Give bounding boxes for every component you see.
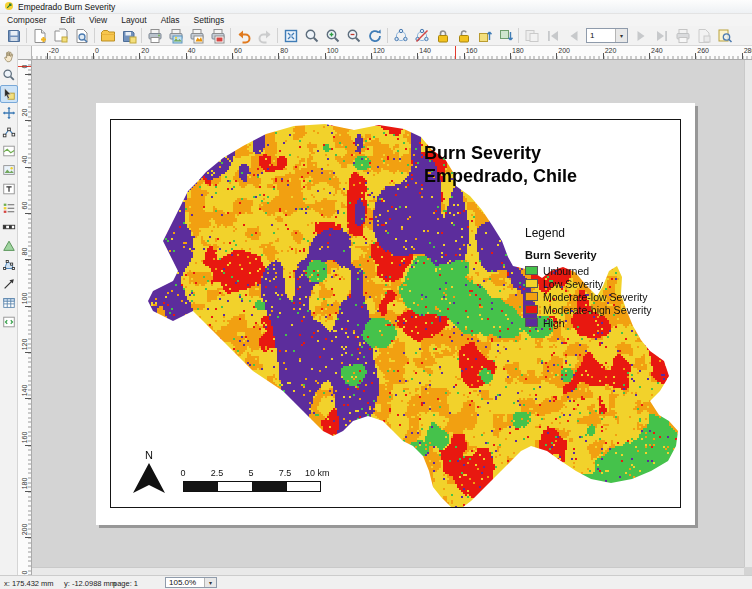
load-template-button[interactable] <box>97 26 118 45</box>
chevron-down-icon[interactable]: ▾ <box>204 578 216 587</box>
menu-atlas[interactable]: Atlas <box>154 15 187 25</box>
zoom-level-value: 105.0% <box>166 578 204 587</box>
zoom-in-button[interactable] <box>322 26 343 45</box>
vertical-scrollbar[interactable] <box>744 60 752 567</box>
lower-items-button[interactable] <box>495 26 516 45</box>
zoom-level-combo[interactable]: 105.0% ▾ <box>165 577 217 588</box>
composition-page[interactable]: Burn Severity Empedrado, Chile Legend Bu… <box>96 103 695 525</box>
zoom-composer-button[interactable] <box>0 66 18 84</box>
scalebar-segment <box>217 482 251 491</box>
item-toolbar <box>0 46 18 575</box>
menu-composer[interactable]: Composer <box>0 15 53 25</box>
ruler-label: 100 <box>327 47 339 54</box>
scalebar-item[interactable]: 0 2.5 5 7.5 10 km <box>181 468 361 494</box>
scalebar-labels: 0 2.5 5 7.5 10 km <box>181 468 361 480</box>
atlas-settings-button[interactable] <box>521 26 542 45</box>
add-map-button[interactable] <box>0 142 18 160</box>
print-atlas-button[interactable] <box>672 26 693 45</box>
scalebar-label: 7.5 <box>265 468 305 478</box>
save-project-button[interactable] <box>3 26 24 45</box>
main-toolbar: 1 ▾ <box>0 26 752 46</box>
export-pdf-button[interactable] <box>207 26 228 45</box>
legend-title: Legend <box>525 226 652 240</box>
new-composer-button[interactable] <box>29 26 50 45</box>
legend-entry-high: High <box>525 316 652 329</box>
add-legend-button[interactable] <box>0 199 18 217</box>
add-html-frame-button[interactable] <box>0 313 18 331</box>
atlas-feature-combo[interactable]: 1 ▾ <box>586 28 628 43</box>
menu-view[interactable]: View <box>82 15 114 25</box>
preview-atlas-button[interactable] <box>714 26 735 45</box>
add-scalebar-button[interactable] <box>0 218 18 236</box>
add-nodes-shape-button[interactable] <box>0 256 18 274</box>
chevron-down-icon[interactable]: ▾ <box>615 29 627 42</box>
ruler-tick <box>47 53 48 59</box>
menu-layout[interactable]: Layout <box>114 15 154 25</box>
add-image-button[interactable] <box>0 161 18 179</box>
menu-edit[interactable]: Edit <box>53 15 82 25</box>
atlas-first-button[interactable] <box>542 26 563 45</box>
ruler-tick <box>695 53 696 59</box>
legend-swatch <box>525 279 538 288</box>
refresh-view-button[interactable] <box>364 26 385 45</box>
map-title[interactable]: Burn Severity Empedrado, Chile <box>424 142 577 188</box>
qgis-app-icon <box>4 1 14 13</box>
status-cursor-y: y: -12.0988 mm <box>64 579 116 588</box>
pan-composer-button[interactable] <box>0 47 18 65</box>
ruler-label: 120 <box>20 335 29 355</box>
ruler-label: 180 <box>20 474 29 494</box>
ruler-tick <box>556 53 557 59</box>
legend-entry-low: Low Severity <box>525 277 652 290</box>
map-item[interactable]: Burn Severity Empedrado, Chile Legend Bu… <box>110 119 681 508</box>
edit-nodes-item-button[interactable] <box>0 123 18 141</box>
ruler-label: 260 <box>697 47 709 54</box>
ruler-tick <box>325 53 326 59</box>
legend-item[interactable]: Legend Burn Severity Unburned Low Severi… <box>525 226 652 329</box>
ruler-tick <box>93 53 94 59</box>
print-button[interactable] <box>144 26 165 45</box>
export-svg-button[interactable] <box>186 26 207 45</box>
move-item-content-button[interactable] <box>0 104 18 122</box>
legend-entry-unburned: Unburned <box>525 264 652 277</box>
add-arrow-button[interactable] <box>0 275 18 293</box>
add-attribute-table-button[interactable] <box>0 294 18 312</box>
zoom-full-button[interactable] <box>280 26 301 45</box>
legend-entry-label: Unburned <box>543 265 589 277</box>
add-label-button[interactable] <box>0 180 18 198</box>
ruler-label: 40 <box>188 47 196 54</box>
composer-manager-button[interactable] <box>71 26 92 45</box>
ruler-tick <box>417 53 418 59</box>
ruler-label: 200 <box>558 47 570 54</box>
lock-items-button[interactable] <box>432 26 453 45</box>
atlas-last-button[interactable] <box>651 26 672 45</box>
group-items-button[interactable] <box>390 26 411 45</box>
ruler-label: 0 <box>20 60 29 77</box>
menu-settings[interactable]: Settings <box>187 15 232 25</box>
atlas-prev-button[interactable] <box>563 26 584 45</box>
ruler-label: 80 <box>20 242 29 262</box>
toolbar-separator <box>230 28 231 43</box>
unlock-items-button[interactable] <box>453 26 474 45</box>
export-atlas-button[interactable] <box>693 26 714 45</box>
export-image-button[interactable] <box>165 26 186 45</box>
undo-button[interactable] <box>233 26 254 45</box>
ruler-label: -20 <box>49 47 59 54</box>
legend-swatch <box>525 318 538 327</box>
raise-items-button[interactable] <box>474 26 495 45</box>
toolbar-separator <box>518 28 519 43</box>
select-move-item-button[interactable] <box>0 85 18 103</box>
zoom-out-button[interactable] <box>343 26 364 45</box>
duplicate-composer-button[interactable] <box>50 26 71 45</box>
scalebar-segment <box>184 482 217 491</box>
add-shape-button[interactable] <box>0 237 18 255</box>
ungroup-items-button[interactable] <box>411 26 432 45</box>
save-template-button[interactable] <box>118 26 139 45</box>
horizontal-scrollbar[interactable] <box>32 567 744 575</box>
ruler-label: 60 <box>20 196 29 216</box>
statusbar: x: 175.432 mm y: -12.0988 mm page: 1 105… <box>0 575 752 589</box>
atlas-next-button[interactable] <box>630 26 651 45</box>
zoom-actual-button[interactable] <box>301 26 322 45</box>
composer-canvas[interactable]: Burn Severity Empedrado, Chile Legend Bu… <box>32 60 752 575</box>
redo-button[interactable] <box>254 26 275 45</box>
status-page: page: 1 <box>113 579 138 588</box>
